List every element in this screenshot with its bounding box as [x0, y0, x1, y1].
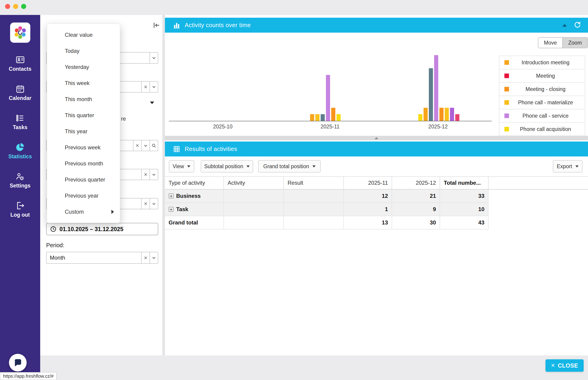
results-toolbar: View Subtotal position Grand total posit…: [165, 160, 588, 172]
legend-item[interactable]: Introduction meeting: [499, 56, 585, 69]
period-select[interactable]: Month ×: [46, 252, 158, 264]
clear-icon[interactable]: ×: [141, 198, 149, 209]
date-filter-menu: Clear valueTodayYesterdayThis weekThis m…: [47, 24, 120, 223]
sidebar-item-settings[interactable]: Settings: [10, 172, 31, 188]
row-value: 33: [440, 190, 489, 202]
sidebar-item-tasks[interactable]: Tasks: [13, 114, 28, 130]
truncated-label-fragment: re: [121, 115, 126, 122]
column-header-2[interactable]: Activity: [224, 177, 284, 189]
x-axis-label: 2025-10: [213, 124, 232, 130]
close-button[interactable]: × CLOSE: [546, 359, 584, 372]
chevron-down-icon[interactable]: [149, 252, 158, 263]
window-close-button[interactable]: [5, 4, 10, 9]
close-x-icon: ×: [551, 362, 555, 369]
menu-item-this-year[interactable]: This year: [47, 123, 120, 139]
chart-bar: [450, 108, 454, 121]
clear-icon[interactable]: ×: [133, 140, 141, 151]
chevron-down-icon[interactable]: [149, 169, 158, 180]
bar-chart-icon: [173, 21, 181, 29]
export-button[interactable]: Export: [553, 160, 583, 172]
sidebar-item-statistics[interactable]: Statistics: [8, 143, 32, 159]
sidebar-item-calendar[interactable]: Calendar: [9, 84, 31, 101]
chat-widget-button[interactable]: [9, 354, 27, 372]
table-row-task[interactable]: +Task1910: [165, 203, 489, 216]
settings-icon: [15, 172, 25, 181]
zoom-button[interactable]: Zoom: [562, 38, 587, 48]
panel-splitter[interactable]: [165, 136, 588, 140]
legend-item[interactable]: Meeting: [499, 69, 585, 83]
period-label: Period:: [46, 242, 64, 248]
subtotal-position-button[interactable]: Subtotal position: [201, 160, 253, 172]
row-type-label: Task: [176, 206, 188, 212]
chart-bar: [423, 108, 428, 121]
sidebar-item-contacts[interactable]: Contacts: [9, 55, 31, 72]
row-value: 10: [440, 203, 489, 216]
search-icon[interactable]: [149, 140, 158, 151]
expand-row-icon[interactable]: +: [169, 193, 174, 198]
window-zoom-button[interactable]: [21, 4, 26, 9]
sidebar: ContactsCalendarTasksStatisticsSettingsL…: [0, 15, 40, 380]
clear-icon[interactable]: ×: [141, 252, 149, 263]
menu-item-today[interactable]: Today: [47, 43, 120, 59]
menu-item-yesterday[interactable]: Yesterday: [47, 59, 120, 75]
refresh-icon[interactable]: [574, 21, 581, 29]
row-value: 43: [440, 216, 489, 229]
section-collapse-icon[interactable]: [150, 102, 154, 104]
chevron-down-icon[interactable]: [149, 53, 158, 63]
move-button[interactable]: Move: [538, 38, 562, 48]
menu-item-this-week[interactable]: This week: [47, 75, 120, 91]
chart-mode-toggle: Move Zoom: [538, 37, 588, 48]
column-header-4[interactable]: 2025-11: [344, 177, 392, 189]
status-url-tooltip: https://app.freshflow.cz/#: [0, 372, 56, 380]
date-range-button[interactable]: 01.10.2025 – 31.12.2025: [46, 223, 158, 235]
collapse-chart-icon[interactable]: [562, 24, 567, 27]
row-value: 12: [344, 190, 392, 202]
clear-icon[interactable]: ×: [141, 169, 149, 180]
row-value: 21: [392, 190, 440, 202]
sidebar-nav: ContactsCalendarTasksStatisticsSettingsL…: [0, 55, 40, 230]
caret-down-icon: [312, 165, 316, 168]
chevron-down-icon[interactable]: [141, 140, 149, 151]
legend-item[interactable]: Phone call - materialize: [499, 95, 585, 109]
table-row-grand-total[interactable]: Grand total133043: [165, 216, 489, 229]
column-header-1[interactable]: Type of activity: [165, 177, 224, 189]
chevron-down-icon[interactable]: [149, 198, 158, 209]
period-value: Month: [47, 255, 141, 261]
view-button[interactable]: View: [169, 160, 194, 172]
menu-item-previous-month[interactable]: Previous month: [47, 155, 120, 172]
menu-item-clear-value[interactable]: Clear value: [47, 27, 120, 43]
legend-swatch-icon: [504, 127, 509, 132]
chart-bar: [321, 114, 325, 121]
legend-item[interactable]: Phone call acquisition: [499, 122, 585, 136]
submenu-arrow-icon: [111, 210, 114, 214]
grand-total-position-button[interactable]: Grand total position: [258, 160, 321, 172]
legend-item[interactable]: Meeting - closing: [499, 82, 585, 96]
splitter-collapse-icon: [375, 137, 378, 139]
x-axis-label: 2025-12: [428, 124, 448, 130]
menu-item-previous-year[interactable]: Previous year: [47, 188, 120, 204]
column-header-6[interactable]: Total numbe...: [440, 177, 489, 189]
expand-row-icon[interactable]: +: [169, 207, 174, 212]
clear-icon[interactable]: ×: [141, 82, 149, 92]
legend-item[interactable]: Phone call - service: [499, 109, 585, 123]
sidebar-item-logout[interactable]: Log out: [10, 201, 30, 217]
column-header-5[interactable]: 2025-12: [392, 177, 440, 189]
menu-item-custom[interactable]: Custom: [47, 204, 120, 220]
caret-down-icon: [575, 165, 579, 168]
x-axis-line: [169, 121, 492, 121]
chart-bar: [315, 114, 319, 121]
x-axis-label: 2025-11: [321, 124, 340, 130]
menu-item-this-quarter[interactable]: This quarter: [47, 107, 120, 123]
menu-item-this-month[interactable]: This month: [47, 91, 120, 107]
menu-item-previous-week[interactable]: Previous week: [47, 139, 120, 155]
chart-bar: [429, 68, 433, 121]
table-row-business[interactable]: +Business122133: [165, 190, 489, 203]
chart-bar: [331, 108, 335, 121]
chevron-down-icon[interactable]: [149, 82, 158, 92]
app-logo[interactable]: [10, 22, 30, 43]
column-header-3[interactable]: Result: [284, 177, 344, 189]
collapse-panel-icon[interactable]: [152, 21, 161, 30]
menu-item-previous-quarter[interactable]: Previous quarter: [47, 172, 120, 188]
window-minimize-button[interactable]: [13, 4, 18, 9]
row-value: 30: [392, 216, 440, 229]
